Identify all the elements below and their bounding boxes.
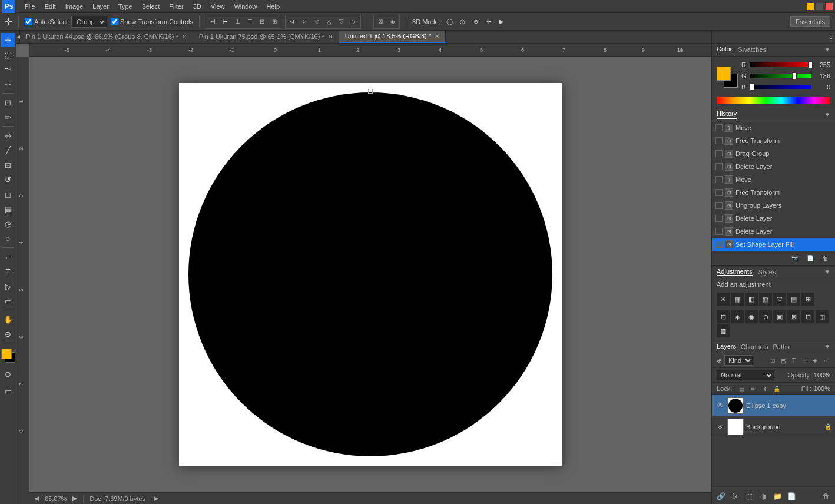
auto-align-btn[interactable]: ⊠ bbox=[375, 16, 386, 28]
layer-eye-ellipse[interactable]: 👁 bbox=[715, 401, 725, 410]
lasso-tool-btn[interactable]: 〜 bbox=[1, 62, 15, 77]
dist-bottom-btn[interactable]: ▷ bbox=[348, 16, 360, 28]
menu-layer[interactable]: Layer bbox=[88, 2, 114, 11]
history-item-8[interactable]: ⊡ Delete Layer bbox=[712, 225, 835, 238]
paths-tab[interactable]: Paths bbox=[773, 343, 790, 350]
layers-collapse[interactable]: ▼ bbox=[824, 343, 830, 350]
doc-info-expand[interactable]: ▶ bbox=[154, 495, 158, 502]
align-center-v-btn[interactable]: ⊟ bbox=[256, 16, 268, 28]
channel-g-thumb[interactable] bbox=[792, 72, 797, 79]
adj-color-lookup-btn[interactable]: ⊕ bbox=[759, 310, 772, 323]
layers-new-btn[interactable]: 📄 bbox=[785, 490, 798, 503]
menu-view[interactable]: View bbox=[206, 2, 230, 11]
lock-pixels-btn[interactable]: ▤ bbox=[737, 384, 746, 393]
adj-curves-btn[interactable]: ◧ bbox=[745, 293, 758, 306]
foreground-color-swatch[interactable] bbox=[1, 349, 12, 359]
threed-mode-3[interactable]: ⊕ bbox=[470, 16, 482, 28]
move-tool-icon[interactable]: ✛ bbox=[5, 16, 12, 27]
foreground-swatch[interactable] bbox=[717, 67, 731, 81]
layer-item-ellipse[interactable]: 👁 Ellipse 1 copy bbox=[712, 395, 835, 416]
adj-photo-filter-btn[interactable]: ◈ bbox=[731, 310, 744, 323]
history-item-1[interactable]: ⊡ Free Transform bbox=[712, 134, 835, 147]
zoom-decrease-btn[interactable]: ◀ bbox=[34, 495, 39, 502]
filter-adjustment-btn[interactable]: ▨ bbox=[778, 356, 788, 365]
menu-help[interactable]: Help bbox=[262, 2, 285, 11]
history-delete-btn[interactable]: 🗑 bbox=[820, 253, 831, 264]
history-item-9[interactable]: ⊡ Set Shape Layer Fill bbox=[712, 238, 835, 251]
color-tab[interactable]: Color bbox=[717, 45, 732, 54]
healing-btn[interactable]: ⊕ bbox=[1, 128, 15, 142]
align-right-btn[interactable]: ⊥ bbox=[231, 16, 243, 28]
layers-adj-btn[interactable]: ◑ bbox=[757, 490, 770, 503]
auto-select-dropdown[interactable]: Group Layer bbox=[71, 16, 107, 28]
layers-delete-btn[interactable]: 🗑 bbox=[820, 490, 833, 503]
adj-collapse[interactable]: ▼ bbox=[824, 268, 830, 275]
history-item-7[interactable]: ⊡ Delete Layer bbox=[712, 212, 835, 225]
history-item-3[interactable]: ⊡ Delete Layer bbox=[712, 160, 835, 173]
dist-top-btn[interactable]: △ bbox=[323, 16, 335, 28]
styles-tab[interactable]: Styles bbox=[758, 268, 776, 276]
align-center-h-btn[interactable]: ⊢ bbox=[219, 16, 231, 28]
tab-pin1-44[interactable]: Pin 1 Ukuran 44.psd @ 66,9% (Group 8, CM… bbox=[20, 31, 193, 43]
layer-eye-background[interactable]: 👁 bbox=[715, 422, 725, 432]
threed-mode-5[interactable]: ▶ bbox=[496, 16, 508, 28]
magic-wand-btn[interactable]: ⊹ bbox=[1, 77, 15, 91]
adj-gradient-map-btn[interactable]: ◫ bbox=[816, 310, 829, 323]
panel-options-btn[interactable]: « bbox=[829, 34, 833, 41]
filter-pixel-btn[interactable]: ⊡ bbox=[768, 356, 777, 365]
lock-image-btn[interactable]: ✏ bbox=[748, 384, 758, 393]
eraser-btn[interactable]: ◻ bbox=[1, 187, 15, 201]
brush-btn[interactable]: ╱ bbox=[1, 143, 15, 157]
history-checkbox-9[interactable] bbox=[715, 241, 723, 248]
swatches-tab[interactable]: Swatches bbox=[738, 46, 766, 54]
history-checkbox-8[interactable] bbox=[715, 228, 723, 235]
adj-levels-btn[interactable]: ▦ bbox=[731, 293, 744, 306]
history-collapse[interactable]: ▼ bbox=[824, 111, 830, 118]
filter-shape-btn[interactable]: ▭ bbox=[800, 356, 809, 365]
clone-btn[interactable]: ⊞ bbox=[1, 158, 15, 172]
history-checkbox-1[interactable] bbox=[715, 137, 723, 144]
adj-exposure-btn[interactable]: ▧ bbox=[759, 293, 772, 306]
threed-mode-4[interactable]: ✛ bbox=[483, 16, 495, 28]
history-checkbox-6[interactable] bbox=[715, 202, 723, 209]
history-item-4[interactable]: ⤵ Move bbox=[712, 173, 835, 186]
filter-smart-btn[interactable]: ◈ bbox=[810, 356, 820, 365]
menu-select[interactable]: Select bbox=[137, 2, 165, 11]
blend-mode-select[interactable]: Normal bbox=[717, 370, 774, 380]
menu-filter[interactable]: Filter bbox=[164, 2, 188, 11]
transform-handle-top[interactable] bbox=[368, 89, 373, 94]
channel-r-slider[interactable] bbox=[750, 62, 811, 67]
color-spectrum[interactable] bbox=[717, 97, 830, 104]
lock-all-btn[interactable]: 🔒 bbox=[772, 384, 781, 393]
layers-tab[interactable]: Layers bbox=[717, 343, 736, 350]
dist-center-h-btn[interactable]: ⊳ bbox=[299, 16, 310, 28]
channel-b-slider[interactable] bbox=[750, 85, 811, 89]
channel-r-thumb[interactable] bbox=[808, 61, 813, 68]
tab-pin1-75[interactable]: Pin 1 Ukuran 75.psd @ 65,1% (CMYK/16) * … bbox=[193, 31, 339, 43]
history-new-snapshot-btn[interactable]: 📷 bbox=[789, 253, 801, 264]
adj-vibrance-btn[interactable]: ▽ bbox=[773, 293, 786, 306]
history-tab[interactable]: History bbox=[717, 110, 737, 119]
history-checkbox-4[interactable] bbox=[715, 176, 723, 183]
adj-selective-color-btn[interactable]: ▩ bbox=[717, 324, 730, 337]
auto-select-checkbox[interactable] bbox=[25, 18, 32, 25]
menu-window[interactable]: Window bbox=[229, 2, 261, 11]
layers-kind-select[interactable]: Kind bbox=[724, 355, 753, 366]
channel-g-slider[interactable] bbox=[750, 74, 811, 78]
lock-position-btn[interactable]: ✛ bbox=[760, 384, 770, 393]
threed-mode-1[interactable]: ◯ bbox=[444, 16, 456, 28]
tab-untitled-close[interactable]: ✕ bbox=[435, 33, 439, 39]
zoom-increase-btn[interactable]: ▶ bbox=[72, 495, 77, 502]
quick-mask-btn[interactable]: ⊙ bbox=[1, 367, 15, 381]
selection-tool-btn[interactable]: ⬚ bbox=[1, 48, 15, 62]
history-checkbox-2[interactable] bbox=[715, 150, 723, 157]
menu-type[interactable]: Type bbox=[114, 2, 137, 11]
tab-untitled[interactable]: Untitled-1 @ 18,5% (RGB/8) * ✕ bbox=[339, 31, 446, 43]
shape-btn[interactable]: ▭ bbox=[1, 294, 15, 308]
hand-btn[interactable]: ✋ bbox=[1, 312, 15, 326]
color-panel-collapse[interactable]: ▼ bbox=[824, 47, 830, 53]
screen-mode-btn[interactable]: ▭ bbox=[1, 384, 15, 398]
menu-image[interactable]: Image bbox=[61, 2, 88, 11]
essentials-button[interactable]: Essentials bbox=[790, 16, 830, 27]
history-item-6[interactable]: ⊡ Ungroup Layers bbox=[712, 199, 835, 212]
